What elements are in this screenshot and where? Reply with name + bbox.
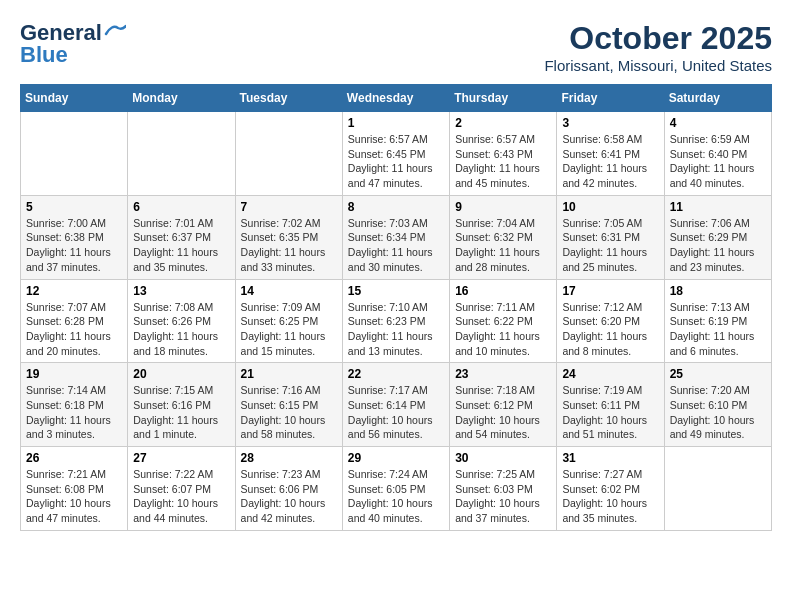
- day-number: 25: [670, 367, 766, 381]
- calendar-cell: [235, 112, 342, 196]
- weekday-header-friday: Friday: [557, 85, 664, 112]
- calendar-cell: 8Sunrise: 7:03 AM Sunset: 6:34 PM Daylig…: [342, 195, 449, 279]
- weekday-header-wednesday: Wednesday: [342, 85, 449, 112]
- weekday-header-monday: Monday: [128, 85, 235, 112]
- day-number: 17: [562, 284, 658, 298]
- day-info: Sunrise: 7:25 AM Sunset: 6:03 PM Dayligh…: [455, 467, 551, 526]
- calendar-week-3: 12Sunrise: 7:07 AM Sunset: 6:28 PM Dayli…: [21, 279, 772, 363]
- calendar-body: 1Sunrise: 6:57 AM Sunset: 6:45 PM Daylig…: [21, 112, 772, 531]
- day-number: 16: [455, 284, 551, 298]
- day-number: 4: [670, 116, 766, 130]
- calendar-cell: 19Sunrise: 7:14 AM Sunset: 6:18 PM Dayli…: [21, 363, 128, 447]
- weekday-header-saturday: Saturday: [664, 85, 771, 112]
- calendar-cell: 30Sunrise: 7:25 AM Sunset: 6:03 PM Dayli…: [450, 447, 557, 531]
- day-info: Sunrise: 7:09 AM Sunset: 6:25 PM Dayligh…: [241, 300, 337, 359]
- day-info: Sunrise: 7:03 AM Sunset: 6:34 PM Dayligh…: [348, 216, 444, 275]
- calendar-cell: [664, 447, 771, 531]
- calendar-cell: 21Sunrise: 7:16 AM Sunset: 6:15 PM Dayli…: [235, 363, 342, 447]
- day-info: Sunrise: 7:13 AM Sunset: 6:19 PM Dayligh…: [670, 300, 766, 359]
- day-info: Sunrise: 7:24 AM Sunset: 6:05 PM Dayligh…: [348, 467, 444, 526]
- day-info: Sunrise: 7:27 AM Sunset: 6:02 PM Dayligh…: [562, 467, 658, 526]
- day-info: Sunrise: 6:57 AM Sunset: 6:43 PM Dayligh…: [455, 132, 551, 191]
- day-number: 13: [133, 284, 229, 298]
- day-number: 30: [455, 451, 551, 465]
- weekday-header-sunday: Sunday: [21, 85, 128, 112]
- day-number: 11: [670, 200, 766, 214]
- calendar-cell: 3Sunrise: 6:58 AM Sunset: 6:41 PM Daylig…: [557, 112, 664, 196]
- calendar-week-1: 1Sunrise: 6:57 AM Sunset: 6:45 PM Daylig…: [21, 112, 772, 196]
- logo: General Blue: [20, 20, 126, 68]
- calendar-cell: 11Sunrise: 7:06 AM Sunset: 6:29 PM Dayli…: [664, 195, 771, 279]
- day-info: Sunrise: 7:06 AM Sunset: 6:29 PM Dayligh…: [670, 216, 766, 275]
- calendar-cell: 4Sunrise: 6:59 AM Sunset: 6:40 PM Daylig…: [664, 112, 771, 196]
- logo-blue: Blue: [20, 42, 68, 68]
- day-info: Sunrise: 7:08 AM Sunset: 6:26 PM Dayligh…: [133, 300, 229, 359]
- day-info: Sunrise: 7:19 AM Sunset: 6:11 PM Dayligh…: [562, 383, 658, 442]
- day-number: 1: [348, 116, 444, 130]
- calendar-cell: 12Sunrise: 7:07 AM Sunset: 6:28 PM Dayli…: [21, 279, 128, 363]
- day-number: 7: [241, 200, 337, 214]
- day-number: 28: [241, 451, 337, 465]
- calendar-cell: [21, 112, 128, 196]
- day-number: 19: [26, 367, 122, 381]
- calendar-week-5: 26Sunrise: 7:21 AM Sunset: 6:08 PM Dayli…: [21, 447, 772, 531]
- day-info: Sunrise: 7:11 AM Sunset: 6:22 PM Dayligh…: [455, 300, 551, 359]
- day-number: 9: [455, 200, 551, 214]
- calendar-cell: 7Sunrise: 7:02 AM Sunset: 6:35 PM Daylig…: [235, 195, 342, 279]
- day-number: 5: [26, 200, 122, 214]
- day-number: 18: [670, 284, 766, 298]
- day-number: 23: [455, 367, 551, 381]
- page-subtitle: Florissant, Missouri, United States: [544, 57, 772, 74]
- calendar-cell: 26Sunrise: 7:21 AM Sunset: 6:08 PM Dayli…: [21, 447, 128, 531]
- calendar-cell: 10Sunrise: 7:05 AM Sunset: 6:31 PM Dayli…: [557, 195, 664, 279]
- day-number: 3: [562, 116, 658, 130]
- day-info: Sunrise: 7:21 AM Sunset: 6:08 PM Dayligh…: [26, 467, 122, 526]
- day-info: Sunrise: 7:07 AM Sunset: 6:28 PM Dayligh…: [26, 300, 122, 359]
- day-number: 22: [348, 367, 444, 381]
- day-number: 31: [562, 451, 658, 465]
- calendar-cell: 9Sunrise: 7:04 AM Sunset: 6:32 PM Daylig…: [450, 195, 557, 279]
- day-info: Sunrise: 7:10 AM Sunset: 6:23 PM Dayligh…: [348, 300, 444, 359]
- day-info: Sunrise: 7:16 AM Sunset: 6:15 PM Dayligh…: [241, 383, 337, 442]
- calendar-cell: 5Sunrise: 7:00 AM Sunset: 6:38 PM Daylig…: [21, 195, 128, 279]
- calendar-week-4: 19Sunrise: 7:14 AM Sunset: 6:18 PM Dayli…: [21, 363, 772, 447]
- calendar-cell: [128, 112, 235, 196]
- calendar-cell: 15Sunrise: 7:10 AM Sunset: 6:23 PM Dayli…: [342, 279, 449, 363]
- day-info: Sunrise: 7:22 AM Sunset: 6:07 PM Dayligh…: [133, 467, 229, 526]
- calendar-cell: 28Sunrise: 7:23 AM Sunset: 6:06 PM Dayli…: [235, 447, 342, 531]
- day-number: 29: [348, 451, 444, 465]
- day-info: Sunrise: 7:04 AM Sunset: 6:32 PM Dayligh…: [455, 216, 551, 275]
- day-info: Sunrise: 7:00 AM Sunset: 6:38 PM Dayligh…: [26, 216, 122, 275]
- calendar-cell: 24Sunrise: 7:19 AM Sunset: 6:11 PM Dayli…: [557, 363, 664, 447]
- day-info: Sunrise: 7:20 AM Sunset: 6:10 PM Dayligh…: [670, 383, 766, 442]
- calendar-cell: 25Sunrise: 7:20 AM Sunset: 6:10 PM Dayli…: [664, 363, 771, 447]
- logo-bird-icon: [104, 24, 126, 38]
- day-info: Sunrise: 7:14 AM Sunset: 6:18 PM Dayligh…: [26, 383, 122, 442]
- calendar-cell: 2Sunrise: 6:57 AM Sunset: 6:43 PM Daylig…: [450, 112, 557, 196]
- day-number: 20: [133, 367, 229, 381]
- day-number: 14: [241, 284, 337, 298]
- calendar-cell: 1Sunrise: 6:57 AM Sunset: 6:45 PM Daylig…: [342, 112, 449, 196]
- calendar-cell: 16Sunrise: 7:11 AM Sunset: 6:22 PM Dayli…: [450, 279, 557, 363]
- calendar-cell: 13Sunrise: 7:08 AM Sunset: 6:26 PM Dayli…: [128, 279, 235, 363]
- calendar-cell: 18Sunrise: 7:13 AM Sunset: 6:19 PM Dayli…: [664, 279, 771, 363]
- calendar-cell: 31Sunrise: 7:27 AM Sunset: 6:02 PM Dayli…: [557, 447, 664, 531]
- calendar-cell: 14Sunrise: 7:09 AM Sunset: 6:25 PM Dayli…: [235, 279, 342, 363]
- day-info: Sunrise: 7:23 AM Sunset: 6:06 PM Dayligh…: [241, 467, 337, 526]
- day-info: Sunrise: 7:15 AM Sunset: 6:16 PM Dayligh…: [133, 383, 229, 442]
- calendar-cell: 23Sunrise: 7:18 AM Sunset: 6:12 PM Dayli…: [450, 363, 557, 447]
- calendar-cell: 27Sunrise: 7:22 AM Sunset: 6:07 PM Dayli…: [128, 447, 235, 531]
- calendar-header-row: SundayMondayTuesdayWednesdayThursdayFrid…: [21, 85, 772, 112]
- day-info: Sunrise: 6:58 AM Sunset: 6:41 PM Dayligh…: [562, 132, 658, 191]
- weekday-header-tuesday: Tuesday: [235, 85, 342, 112]
- calendar-cell: 17Sunrise: 7:12 AM Sunset: 6:20 PM Dayli…: [557, 279, 664, 363]
- weekday-header-thursday: Thursday: [450, 85, 557, 112]
- day-number: 15: [348, 284, 444, 298]
- day-info: Sunrise: 7:17 AM Sunset: 6:14 PM Dayligh…: [348, 383, 444, 442]
- day-number: 26: [26, 451, 122, 465]
- day-info: Sunrise: 7:05 AM Sunset: 6:31 PM Dayligh…: [562, 216, 658, 275]
- day-number: 12: [26, 284, 122, 298]
- calendar-cell: 29Sunrise: 7:24 AM Sunset: 6:05 PM Dayli…: [342, 447, 449, 531]
- day-info: Sunrise: 7:01 AM Sunset: 6:37 PM Dayligh…: [133, 216, 229, 275]
- day-number: 10: [562, 200, 658, 214]
